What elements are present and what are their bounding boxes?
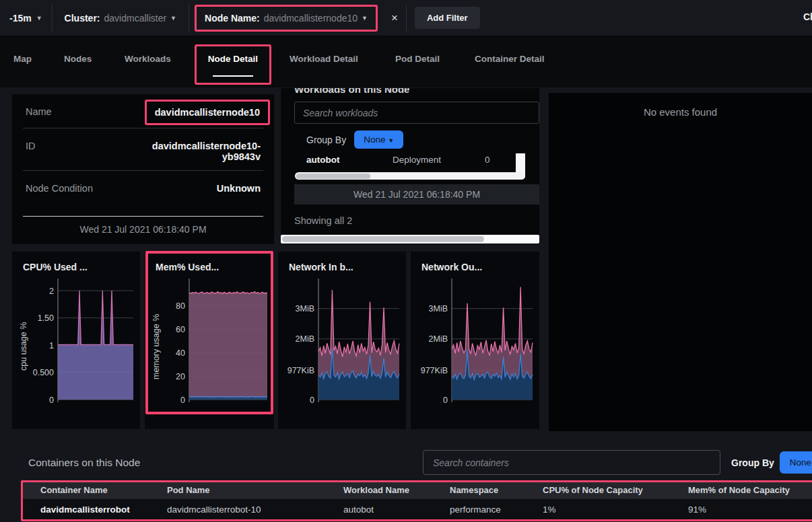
clear-link-clipped[interactable]: Cl xyxy=(803,11,812,22)
tab-pod-detail[interactable]: Pod Detail xyxy=(395,54,440,64)
tab-workload-detail[interactable]: Workload Detail xyxy=(290,54,358,64)
containers-table-header: Container Name Pod Name Workload Name Na… xyxy=(23,482,812,498)
groupby-value: None xyxy=(364,135,385,145)
svg-text:1: 1 xyxy=(49,341,54,350)
panel-horizontal-scrollbar[interactable] xyxy=(281,235,539,244)
network-in-chart: 3MiB2MiB977KiB0 xyxy=(282,277,403,409)
groupby-label: Group By xyxy=(731,457,774,468)
info-row-id: ID davidmcallisternode10-yb9843v xyxy=(23,128,263,171)
node-condition-value: Unknown xyxy=(217,180,261,194)
time-range-value: -15m xyxy=(9,13,32,24)
scrollbar-thumb[interactable] xyxy=(296,174,370,179)
cell-pod-name: davidmcallisterrobot-10 xyxy=(167,505,261,515)
chevron-down-icon: ▼ xyxy=(362,15,368,22)
info-row-condition: Node Condition Unknown xyxy=(23,171,263,216)
svg-text:60: 60 xyxy=(176,325,185,334)
header-workload-name: Workload Name xyxy=(343,485,409,495)
time-range-dropdown[interactable]: -15m ▼ xyxy=(0,0,52,36)
workload-table-row[interactable]: autobot Deployment 0 xyxy=(281,155,539,170)
chevron-down-icon: ▼ xyxy=(388,137,394,144)
divider xyxy=(189,4,189,32)
divider xyxy=(406,4,407,32)
chart-card-network-out[interactable]: Network Ou... 3MiB2MiB977KiB0 xyxy=(411,252,539,429)
cell-mem-capacity: 91% xyxy=(688,505,706,515)
svg-text:0: 0 xyxy=(49,396,54,405)
info-label: ID xyxy=(26,137,36,151)
tab-container-detail[interactable]: Container Detail xyxy=(475,54,545,64)
info-label: Node Condition xyxy=(26,180,93,194)
cell-workload-name: autobot xyxy=(343,505,374,515)
svg-text:3MiB: 3MiB xyxy=(429,304,448,313)
svg-text:40: 40 xyxy=(176,348,185,358)
containers-groupby-button[interactable]: None xyxy=(780,451,812,474)
tab-map[interactable]: Map xyxy=(13,54,32,64)
containers-table-row[interactable]: davidmcallisterrobot davidmcallisterrobo… xyxy=(23,498,812,519)
cluster-filter-label: Cluster: xyxy=(65,13,100,24)
workloads-title-clip: Workloads on this Node xyxy=(294,88,539,100)
tab-node-detail-label: Node Detail xyxy=(208,54,258,64)
horizontal-scrollbar[interactable] xyxy=(295,172,525,180)
chart-card-cpu[interactable]: CPU% Used ... cpu usage % 21.5010.5000 xyxy=(12,252,140,429)
node-name-filter-dropdown[interactable]: Node Name: davidmcallisternode10 ▼ xyxy=(195,5,378,32)
network-out-chart: 3MiB2MiB977KiB0 xyxy=(415,277,537,409)
svg-text:0: 0 xyxy=(443,396,448,405)
svg-text:1.50: 1.50 xyxy=(38,313,54,323)
svg-text:977KiB: 977KiB xyxy=(287,366,314,375)
chart-title: Mem% Used... xyxy=(145,252,274,272)
groupby-label: Group By xyxy=(306,135,346,145)
chart-title: Network In b... xyxy=(278,252,406,272)
svg-text:0: 0 xyxy=(310,396,314,405)
workloads-panel: Workloads on this Node Group By None ▼ a… xyxy=(281,88,539,244)
svg-text:0: 0 xyxy=(180,396,185,405)
node-name-filter-value: davidmcallisternode10 xyxy=(264,13,358,24)
chevron-down-icon: ▼ xyxy=(170,15,176,22)
active-tab-underline xyxy=(213,75,253,77)
cell-container-name: davidmcallisterrobot xyxy=(40,505,130,515)
info-timestamp: Wed 21 Jul 2021 06:18:40 PM xyxy=(23,216,263,244)
tab-bar: Map Nodes Workloads Node Detail Workload… xyxy=(0,36,812,87)
containers-section-title: Containers on this Node xyxy=(28,457,140,469)
svg-text:80: 80 xyxy=(176,301,185,311)
workload-kind: Deployment xyxy=(393,155,441,165)
workloads-groupby-button[interactable]: None ▼ xyxy=(354,130,403,149)
node-id-value: davidmcallisternode10-yb9843v xyxy=(136,137,261,162)
header-namespace: Namespace xyxy=(450,485,498,495)
chart-card-memory[interactable]: Mem% Used... memory usage % 806040200 xyxy=(145,252,274,429)
containers-table: Container Name Pod Name Workload Name Na… xyxy=(21,480,812,521)
memory-usage-chart: 806040200 xyxy=(165,277,271,409)
workloads-showing-text: Showing all 2 xyxy=(294,215,539,226)
header-pod-name: Pod Name xyxy=(167,485,210,495)
tab-nodes[interactable]: Nodes xyxy=(64,54,92,64)
node-name-value: davidmcallisternode10 xyxy=(145,100,270,125)
search-workloads-input[interactable] xyxy=(294,102,539,124)
cluster-filter-value: davidmcallister xyxy=(104,13,167,24)
cluster-filter-dropdown[interactable]: Cluster: davidmcallister ▼ xyxy=(53,0,189,36)
tab-workloads[interactable]: Workloads xyxy=(125,54,171,64)
workloads-groupby-row: Group By None ▼ xyxy=(306,130,539,149)
info-row-name: Name davidmcallisternode10 xyxy=(23,94,263,128)
node-info-panel: Name davidmcallisternode10 ID davidmcall… xyxy=(12,94,274,244)
svg-text:3MiB: 3MiB xyxy=(296,304,314,313)
svg-text:2: 2 xyxy=(49,287,54,296)
no-events-message: No events found xyxy=(549,93,812,118)
tab-node-detail[interactable]: Node Detail xyxy=(195,44,271,85)
scrollbar-thumb[interactable] xyxy=(282,236,484,242)
workloads-timestamp: Wed 21 Jul 2021 06:18:40 PM xyxy=(294,184,539,204)
cpu-usage-chart: 21.5010.5000 xyxy=(31,277,137,409)
svg-text:20: 20 xyxy=(176,372,185,381)
add-filter-button[interactable]: Add Filter xyxy=(415,7,480,29)
chart-title: Network Ou... xyxy=(411,252,539,272)
remove-filter-button[interactable]: × xyxy=(383,11,406,25)
workload-name: autobot xyxy=(306,155,340,165)
chevron-down-icon: ▼ xyxy=(36,15,42,22)
svg-text:2MiB: 2MiB xyxy=(296,334,314,344)
workloads-panel-title: Workloads on this Node xyxy=(294,88,539,95)
y-axis-label: memory usage % xyxy=(151,291,161,402)
search-containers-input[interactable] xyxy=(423,450,720,475)
workload-count: 0 xyxy=(485,155,490,165)
chart-title: CPU% Used ... xyxy=(12,252,140,272)
events-panel: No events found xyxy=(549,93,812,431)
chart-card-network-in[interactable]: Network In b... 3MiB2MiB977KiB0 xyxy=(278,252,406,429)
info-label: Name xyxy=(26,103,52,117)
node-name-filter-label: Node Name: xyxy=(205,13,260,24)
